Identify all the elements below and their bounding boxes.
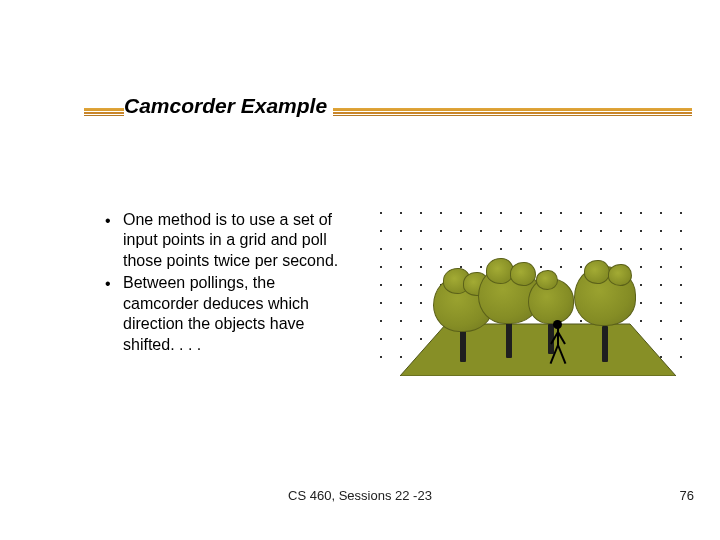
bullet-marker: •: [105, 273, 123, 355]
tree-icon: [574, 266, 636, 362]
title-area: Camcorder Example: [0, 94, 720, 130]
illustration: [378, 210, 698, 380]
bullet-text: Between pollings, the camcorder deduces …: [123, 273, 350, 355]
footer-text: CS 460, Sessions 22 -23: [0, 488, 720, 503]
person-icon: [543, 320, 573, 370]
bullet-item: • One method is to use a set of input po…: [105, 210, 350, 271]
bullet-text: One method is to use a set of input poin…: [123, 210, 350, 271]
slide-title: Camcorder Example: [124, 94, 333, 118]
page-number: 76: [680, 488, 694, 503]
bullet-list: • One method is to use a set of input po…: [105, 210, 350, 357]
slide: Camcorder Example • One method is to use…: [0, 0, 720, 540]
bullet-marker: •: [105, 210, 123, 271]
bullet-item: • Between pollings, the camcorder deduce…: [105, 273, 350, 355]
